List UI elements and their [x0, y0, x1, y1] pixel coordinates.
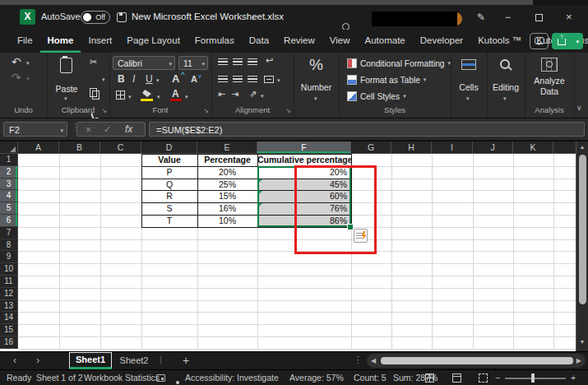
- cells-button-label[interactable]: Cells: [451, 82, 487, 92]
- column-header-K[interactable]: K: [513, 141, 553, 154]
- column-header-J[interactable]: J: [473, 141, 513, 154]
- redo-chevron-icon[interactable]: ▾: [26, 76, 30, 82]
- column-header-H[interactable]: H: [391, 141, 432, 154]
- vertical-scrollbar[interactable]: ▲▼: [576, 141, 588, 351]
- name-box[interactable]: F2 ▾: [3, 122, 67, 137]
- font-color-chevron-icon[interactable]: ▾: [185, 94, 188, 100]
- zoom-out-button[interactable]: −: [495, 373, 500, 383]
- paste-chevron-icon[interactable]: ▾: [64, 95, 67, 102]
- undo-icon[interactable]: ↶: [12, 55, 21, 68]
- ribbon-tab-view[interactable]: View: [322, 30, 358, 53]
- number-chevron-icon[interactable]: ▾: [314, 95, 317, 102]
- font-color-icon[interactable]: A: [172, 88, 179, 100]
- redo-icon[interactable]: ↷: [12, 71, 21, 84]
- row-header-1[interactable]: 1: [0, 154, 18, 166]
- ribbon-tab-developer[interactable]: Developer: [413, 30, 470, 53]
- column-header-partial[interactable]: [553, 141, 576, 154]
- cells-icon[interactable]: [461, 59, 476, 70]
- analyze-data-label-2[interactable]: Data: [525, 86, 574, 96]
- increase-font-size-button[interactable]: A: [172, 72, 179, 85]
- cell-F6[interactable]: 86%: [257, 215, 351, 227]
- sheet-nav-next-icon[interactable]: ›: [36, 354, 39, 366]
- row-header-2[interactable]: 2: [0, 166, 18, 179]
- ribbon-tab-automate[interactable]: Automate: [358, 30, 413, 53]
- wrap-text-icon[interactable]: ↩: [266, 55, 273, 66]
- row-header-15[interactable]: 15: [0, 324, 18, 336]
- page-break-view-icon[interactable]: [479, 373, 488, 383]
- minimize-button[interactable]: −: [505, 12, 511, 23]
- row-header-8[interactable]: 8: [0, 239, 18, 252]
- scroll-down-icon[interactable]: ▼: [576, 339, 588, 345]
- cell-D6[interactable]: T: [141, 215, 197, 227]
- editing-button-label[interactable]: Editing: [487, 82, 525, 92]
- select-all-button[interactable]: [0, 141, 18, 154]
- horizontal-scrollbar[interactable]: ◀ ▶: [367, 354, 586, 368]
- row-header-4[interactable]: 4: [0, 190, 18, 202]
- ribbon-tab-review[interactable]: Review: [276, 30, 322, 53]
- orientation-chevron-icon[interactable]: ▾: [261, 93, 264, 100]
- row-header-12[interactable]: 12: [0, 288, 18, 300]
- normal-view-icon[interactable]: [425, 373, 434, 383]
- fill-handle[interactable]: [347, 224, 354, 230]
- document-title[interactable]: New Microsoft Excel Worksheet.xlsx: [132, 12, 284, 21]
- merge-center-icon[interactable]: [264, 76, 274, 83]
- underline-button[interactable]: U: [146, 73, 153, 85]
- tab-bar-resize-handle-icon[interactable]: ⋮: [354, 355, 363, 365]
- sheet-tab-sheet1[interactable]: Sheet1: [69, 352, 112, 369]
- cell-E4[interactable]: 15%: [197, 190, 257, 202]
- cell-F5[interactable]: 76%: [257, 202, 351, 215]
- accessibility-status[interactable]: Accessibility: Investigate: [185, 373, 279, 383]
- column-header-B[interactable]: B: [59, 141, 100, 154]
- align-top-icon[interactable]: [218, 58, 228, 66]
- table-header-cell[interactable]: Percentage: [197, 154, 257, 166]
- column-header-F[interactable]: F: [257, 141, 351, 154]
- column-header-A[interactable]: A: [18, 141, 59, 154]
- fill-color-icon[interactable]: [142, 90, 151, 97]
- cell-F4[interactable]: 60%: [257, 190, 351, 202]
- font-dialog-launcher-icon[interactable]: ↘: [203, 107, 209, 114]
- spreadsheet-grid[interactable]: ABCDEFGHIJK12345678910111213141516ValueP…: [0, 141, 588, 351]
- ribbon-tab-data[interactable]: Data: [242, 30, 276, 53]
- cell-D5[interactable]: S: [141, 202, 197, 215]
- copy-icon[interactable]: [92, 90, 100, 100]
- cell-E6[interactable]: 10%: [197, 215, 257, 227]
- column-header-C[interactable]: C: [100, 141, 141, 154]
- column-header-G[interactable]: G: [351, 141, 391, 154]
- decrease-indent-icon[interactable]: ⇤: [218, 89, 225, 100]
- cell-E2[interactable]: 20%: [197, 166, 257, 179]
- cell-E5[interactable]: 16%: [197, 202, 257, 215]
- align-middle-icon[interactable]: [233, 58, 243, 66]
- flash-fill-options-button[interactable]: [354, 229, 368, 243]
- close-button[interactable]: ×: [566, 11, 572, 23]
- borders-chevron-icon[interactable]: ▾: [128, 94, 132, 100]
- cell-styles-button[interactable]: Cell Styles ▾: [347, 90, 406, 102]
- cell-F2[interactable]: 20%: [257, 166, 351, 179]
- ribbon-tab-page-layout[interactable]: Page Layout: [119, 30, 188, 53]
- insert-function-icon[interactable]: fx: [125, 123, 132, 135]
- share-button[interactable]: ↑ ▾: [552, 33, 583, 49]
- table-header-cell[interactable]: Value: [141, 154, 197, 166]
- maximize-button[interactable]: [535, 14, 543, 21]
- ribbon-tab-file[interactable]: File: [10, 30, 40, 53]
- cell-E3[interactable]: 25%: [197, 179, 257, 191]
- undo-chevron-icon[interactable]: ▾: [26, 60, 30, 67]
- table-header-cell[interactable]: Cumulative percentage: [257, 154, 351, 166]
- add-sheet-button[interactable]: +: [183, 354, 189, 367]
- row-header-14[interactable]: 14: [0, 312, 18, 324]
- alignment-dialog-launcher-icon[interactable]: ↘: [285, 107, 291, 114]
- editing-icon[interactable]: [500, 59, 510, 69]
- ribbon-tab-kutools[interactable]: Kutools ™: [470, 30, 529, 53]
- number-format-icon[interactable]: %: [294, 56, 339, 74]
- row-header-3[interactable]: 3: [0, 179, 18, 191]
- font-size-combobox[interactable]: 11 ▾: [178, 56, 208, 70]
- pen-icon[interactable]: ✎: [477, 12, 485, 23]
- display-settings-icon[interactable]: [156, 374, 165, 382]
- comments-button[interactable]: [530, 33, 549, 49]
- fill-color-chevron-icon[interactable]: ▾: [157, 94, 160, 100]
- cell-D2[interactable]: P: [141, 166, 197, 179]
- conditional-formatting-button[interactable]: Conditional Formatting ▾: [347, 58, 451, 69]
- ribbon-tab-formulas[interactable]: Formulas: [188, 30, 242, 53]
- row-header-16[interactable]: 16: [0, 336, 18, 349]
- align-left-icon[interactable]: [218, 76, 228, 83]
- row-header-5[interactable]: 5: [0, 202, 18, 215]
